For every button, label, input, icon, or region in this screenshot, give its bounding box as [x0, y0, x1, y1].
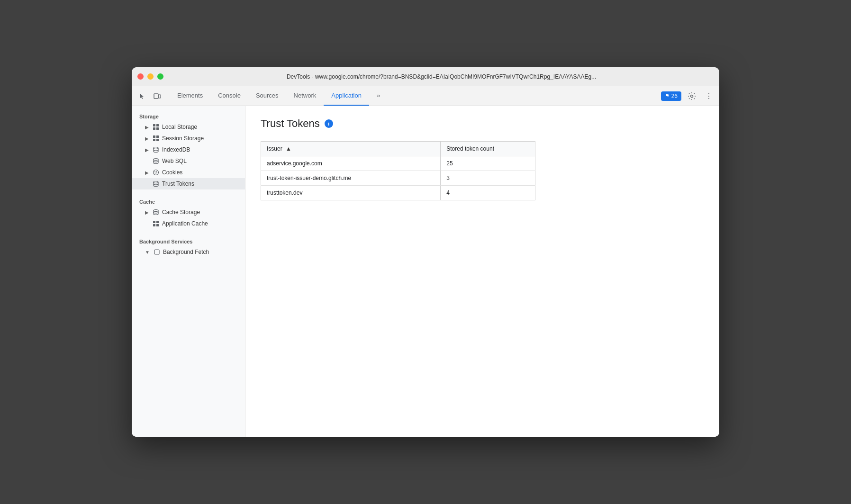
- cursor-icon[interactable]: [136, 90, 149, 103]
- tab-console[interactable]: Console: [210, 86, 248, 106]
- table-row[interactable]: trusttoken.dev 4: [261, 186, 535, 200]
- svg-point-14: [154, 171, 155, 172]
- traffic-lights: [137, 73, 163, 80]
- minimize-button[interactable]: [147, 73, 154, 80]
- info-icon[interactable]: i: [325, 119, 333, 128]
- count-cell: 25: [441, 156, 535, 171]
- svg-rect-5: [153, 127, 155, 130]
- maximize-button[interactable]: [157, 73, 163, 80]
- issuer-column-header[interactable]: Issuer ▲: [261, 142, 441, 156]
- svg-rect-23: [156, 224, 159, 226]
- sidebar-item-indexeddb[interactable]: ▶ IndexedDB: [132, 144, 245, 155]
- svg-rect-3: [153, 124, 155, 126]
- tab-elements[interactable]: Elements: [170, 86, 210, 106]
- close-button[interactable]: [137, 73, 144, 80]
- issuer-cell: trusttoken.dev: [261, 186, 441, 200]
- settings-button[interactable]: [685, 90, 698, 103]
- sidebar-item-web-sql[interactable]: ▶ Web SQL: [132, 155, 245, 167]
- tab-application[interactable]: Application: [324, 86, 369, 106]
- svg-rect-10: [156, 139, 159, 141]
- page-title: Trust Tokens: [261, 117, 320, 130]
- sidebar-item-trust-tokens[interactable]: ▶ Trust Tokens: [132, 178, 245, 189]
- window-title: DevTools - www.google.com/chrome/?brand=…: [169, 73, 714, 80]
- database-icon: [153, 209, 159, 216]
- sidebar-item-session-storage[interactable]: ▶ Session Storage: [132, 133, 245, 144]
- svg-rect-8: [156, 135, 159, 138]
- grid-icon: [153, 124, 159, 130]
- count-cell: 4: [441, 186, 535, 200]
- tab-bar: Elements Console Sources Network Applica…: [170, 86, 661, 106]
- devtools-panel: Elements Console Sources Network Applica…: [132, 86, 719, 437]
- flag-icon: ⚑: [665, 93, 670, 99]
- devtools-window: DevTools - www.google.com/chrome/?brand=…: [132, 67, 719, 437]
- page-title-row: Trust Tokens i: [261, 117, 704, 130]
- svg-rect-20: [153, 221, 155, 223]
- more-options-button[interactable]: ⋮: [702, 90, 715, 103]
- storage-section-label: Storage: [132, 110, 245, 121]
- cache-section-label: Cache: [132, 195, 245, 207]
- svg-rect-21: [156, 221, 159, 223]
- svg-rect-0: [154, 94, 158, 99]
- sidebar: Storage ▶ Local Storage ▶: [132, 106, 245, 437]
- svg-rect-22: [153, 224, 155, 226]
- sidebar-item-local-storage[interactable]: ▶ Local Storage: [132, 121, 245, 133]
- content-area: Trust Tokens i Issuer ▲ Stored token cou…: [245, 106, 719, 437]
- sidebar-item-background-fetch[interactable]: ▼ Background Fetch: [132, 246, 245, 258]
- trust-tokens-table: Issuer ▲ Stored token count adservice.go…: [261, 141, 535, 200]
- chevron-right-icon: ▶: [145, 125, 149, 130]
- tab-more[interactable]: »: [369, 86, 388, 106]
- sidebar-item-application-cache[interactable]: ▶ Application Cache: [132, 218, 245, 229]
- background-icon: [154, 249, 160, 255]
- svg-point-2: [691, 95, 693, 97]
- database-icon: [153, 180, 159, 187]
- svg-point-11: [154, 147, 158, 149]
- issuer-cell: trust-token-issuer-demo.glitch.me: [261, 171, 441, 186]
- chevron-right-icon: ▶: [145, 136, 149, 141]
- grid-icon: [153, 220, 159, 227]
- toolbar-icons: [136, 90, 164, 103]
- database-icon: [153, 158, 159, 164]
- svg-rect-1: [159, 95, 161, 98]
- svg-point-16: [155, 173, 156, 174]
- toolbar: Elements Console Sources Network Applica…: [132, 86, 719, 106]
- svg-rect-9: [153, 139, 155, 141]
- chevron-right-icon: ▶: [145, 147, 149, 153]
- main-area: Storage ▶ Local Storage ▶: [132, 106, 719, 437]
- chevron-down-icon: ▼: [145, 250, 150, 255]
- count-column-header[interactable]: Stored token count: [441, 142, 535, 156]
- svg-rect-6: [156, 127, 159, 130]
- svg-point-18: [154, 181, 158, 183]
- svg-rect-4: [156, 124, 159, 126]
- database-icon: [153, 146, 159, 153]
- tab-network[interactable]: Network: [286, 86, 324, 106]
- svg-point-13: [154, 170, 159, 175]
- table-row[interactable]: trust-token-issuer-demo.glitch.me 3: [261, 171, 535, 186]
- svg-point-19: [154, 210, 158, 212]
- toolbar-right: ⚑ 26 ⋮: [661, 90, 715, 103]
- titlebar: DevTools - www.google.com/chrome/?brand=…: [132, 67, 719, 86]
- chevron-right-icon: ▶: [145, 210, 149, 215]
- table-row[interactable]: adservice.google.com 25: [261, 156, 535, 171]
- sort-arrow-icon: ▲: [286, 145, 291, 152]
- svg-point-15: [156, 171, 157, 172]
- device-toggle-icon[interactable]: [151, 90, 164, 103]
- cookie-icon: [153, 169, 159, 176]
- count-cell: 3: [441, 171, 535, 186]
- chevron-right-icon: ▶: [145, 170, 149, 175]
- grid-icon: [153, 135, 159, 142]
- svg-point-17: [156, 172, 157, 173]
- issues-badge[interactable]: ⚑ 26: [661, 91, 681, 101]
- tab-sources[interactable]: Sources: [248, 86, 286, 106]
- sidebar-item-cookies[interactable]: ▶ Cookies: [132, 167, 245, 178]
- svg-rect-7: [153, 135, 155, 138]
- background-section-label: Background Services: [132, 235, 245, 246]
- sidebar-item-cache-storage[interactable]: ▶ Cache Storage: [132, 207, 245, 218]
- svg-rect-24: [154, 250, 159, 254]
- svg-point-12: [154, 159, 158, 161]
- issuer-cell: adservice.google.com: [261, 156, 441, 171]
